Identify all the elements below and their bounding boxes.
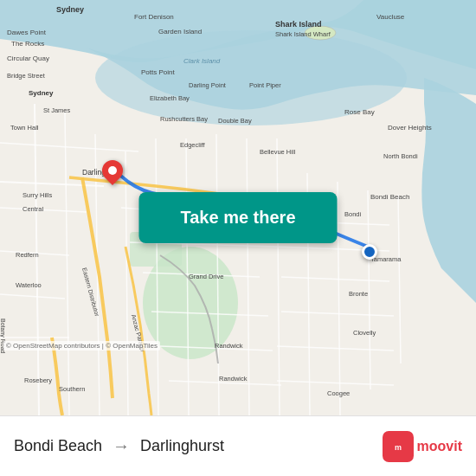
svg-text:Point Piper: Point Piper — [249, 81, 281, 89]
svg-text:Coogee: Coogee — [327, 389, 350, 397]
svg-text:Rosebery: Rosebery — [24, 376, 52, 384]
svg-line-21 — [35, 104, 39, 415]
svg-text:Town Hall: Town Hall — [10, 124, 39, 132]
moovit-logo: m moovit — [383, 431, 462, 462]
svg-text:Potts Point: Potts Point — [141, 68, 175, 76]
svg-text:Dover Heights: Dover Heights — [388, 124, 432, 132]
svg-text:Bridge Street: Bridge Street — [7, 72, 46, 80]
route-origin: Bondi Beach — [14, 437, 102, 455]
svg-line-33 — [398, 195, 401, 363]
svg-text:Shark Island Wharf: Shark Island Wharf — [275, 30, 331, 38]
svg-text:Clark Island: Clark Island — [183, 57, 221, 65]
svg-text:Southern: Southern — [59, 385, 85, 393]
svg-text:Rushcutters Bay: Rushcutters Bay — [160, 115, 208, 123]
svg-line-24 — [125, 151, 128, 415]
route-destination: Darlinghurst — [140, 437, 224, 455]
svg-text:Randwick: Randwick — [219, 375, 248, 383]
svg-text:Bronte: Bronte — [349, 290, 368, 298]
svg-text:Vaucluse: Vaucluse — [376, 13, 405, 21]
moovit-icon: m — [383, 431, 414, 462]
map-container: Sydney Fort Denison Dawes Point The Rock… — [0, 0, 476, 415]
svg-text:Redfern: Redfern — [16, 251, 39, 259]
svg-text:Garden Island: Garden Island — [158, 28, 202, 35]
svg-text:St James: St James — [43, 106, 71, 114]
moovit-brand-name: moovit — [417, 439, 462, 454]
svg-line-18 — [281, 312, 394, 316]
svg-text:North Bondi: North Bondi — [383, 152, 418, 160]
svg-text:Bondi Beach: Bondi Beach — [370, 193, 409, 201]
svg-text:Waterloo: Waterloo — [16, 281, 42, 289]
svg-text:Central: Central — [23, 205, 44, 213]
svg-text:Randwick: Randwick — [215, 342, 243, 350]
svg-text:Fort Denison: Fort Denison — [134, 13, 174, 21]
svg-text:Darling Point: Darling Point — [189, 81, 227, 89]
map-attribution: © OpenStreetMap contributors | © OpenMap… — [3, 341, 160, 351]
svg-text:Rose Bay: Rose Bay — [344, 108, 375, 116]
svg-text:Shark Island: Shark Island — [275, 20, 322, 29]
svg-text:Double Bay: Double Bay — [218, 117, 252, 125]
svg-text:Circular Quay: Circular Quay — [7, 55, 49, 62]
svg-line-22 — [65, 113, 69, 415]
svg-line-29 — [277, 138, 280, 415]
svg-text:Edgecliff: Edgecliff — [180, 141, 206, 149]
svg-text:Elizabeth Bay: Elizabeth Bay — [150, 94, 190, 102]
svg-text:Surry Hills: Surry Hills — [23, 191, 52, 199]
svg-text:m: m — [395, 443, 402, 452]
svg-line-32 — [368, 190, 370, 389]
svg-text:The Rocks: The Rocks — [11, 40, 44, 48]
svg-text:Bondi: Bondi — [344, 210, 362, 218]
bottom-bar: Bondi Beach → Darlinghurst m moovit — [0, 415, 476, 476]
svg-text:Clovelly: Clovelly — [353, 329, 376, 337]
destination-marker — [362, 244, 377, 260]
svg-text:Sydney: Sydney — [29, 89, 54, 97]
svg-line-19 — [277, 346, 394, 351]
svg-line-3 — [0, 143, 138, 151]
svg-text:Grand Drive: Grand Drive — [189, 273, 223, 280]
take-me-there-button[interactable]: Take me there — [138, 192, 337, 243]
svg-line-17 — [281, 277, 389, 281]
svg-line-4 — [0, 182, 104, 186]
route-arrow-icon: → — [113, 436, 130, 456]
svg-line-20 — [277, 381, 394, 385]
svg-text:Bellevue Hill: Bellevue Hill — [260, 148, 296, 156]
svg-line-7 — [0, 294, 65, 299]
svg-text:Sydney: Sydney — [56, 5, 84, 14]
svg-text:Dawes Point: Dawes Point — [7, 29, 47, 36]
svg-line-31 — [338, 182, 340, 415]
